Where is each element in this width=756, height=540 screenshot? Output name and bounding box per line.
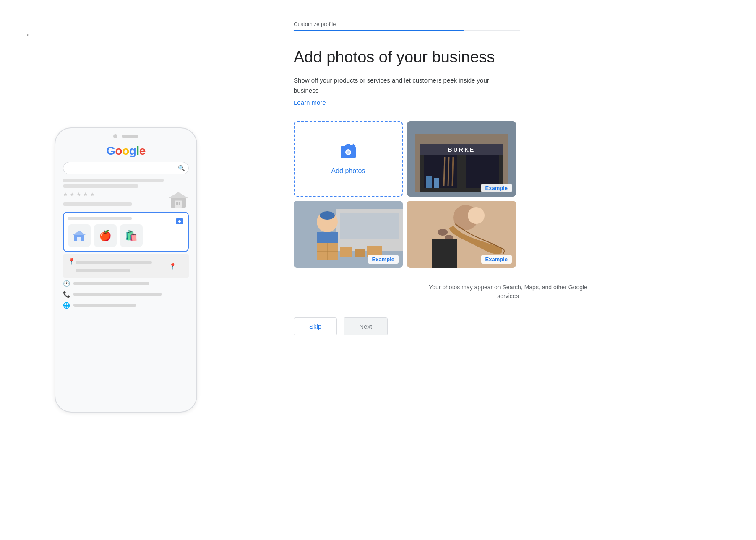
photo-card-highlight: 🍎 🛍️ bbox=[63, 212, 189, 252]
svg-rect-43 bbox=[432, 239, 457, 268]
info-row-globe: 🌐 bbox=[63, 302, 189, 309]
svg-rect-36 bbox=[340, 247, 352, 257]
svg-point-44 bbox=[468, 207, 485, 224]
svg-line-25 bbox=[448, 157, 449, 186]
photo-icons-row: 🍎 🛍️ bbox=[68, 224, 184, 247]
skeleton-line bbox=[63, 202, 132, 206]
phone-icon: 📞 bbox=[63, 291, 70, 298]
skip-button[interactable]: Skip bbox=[294, 317, 337, 335]
page-description: Show off your products or services and l… bbox=[294, 75, 499, 96]
clock-icon: 🕐 bbox=[63, 280, 70, 287]
photo-grid: Add photos BURKE bbox=[294, 121, 722, 268]
map-pin-icon: 📍 bbox=[68, 258, 75, 265]
card-icon-food: 🍎 bbox=[94, 224, 117, 247]
svg-line-26 bbox=[452, 157, 453, 186]
svg-rect-3 bbox=[176, 202, 178, 205]
phone-map: 📍 📍 bbox=[63, 254, 189, 278]
progress-fill bbox=[294, 30, 464, 31]
add-photos-button[interactable]: Add photos bbox=[294, 121, 403, 197]
svg-rect-10 bbox=[77, 237, 81, 241]
svg-point-32 bbox=[320, 211, 335, 220]
button-row: Skip Next bbox=[294, 317, 722, 335]
step-label: Customize profile bbox=[294, 21, 722, 27]
next-button[interactable]: Next bbox=[344, 317, 388, 335]
info-row-clock: 🕐 bbox=[63, 280, 189, 287]
svg-text:BURKE: BURKE bbox=[448, 146, 475, 153]
example-badge-burke: Example bbox=[481, 184, 512, 192]
add-photos-camera-icon bbox=[339, 143, 357, 163]
svg-rect-4 bbox=[179, 202, 180, 205]
svg-point-12 bbox=[347, 151, 350, 154]
skeleton-line bbox=[73, 293, 162, 296]
skeleton-line bbox=[63, 184, 138, 188]
back-button[interactable]: ← bbox=[25, 29, 34, 40]
star-rating: ★★★★★ bbox=[63, 191, 132, 197]
phone-camera bbox=[113, 134, 117, 138]
svg-rect-23 bbox=[434, 178, 439, 188]
svg-marker-9 bbox=[73, 231, 86, 235]
example-badge-delivery: Example bbox=[368, 255, 399, 264]
photo-note: Your photos may appear on Search, Maps, … bbox=[420, 283, 596, 301]
skeleton-line bbox=[73, 304, 136, 307]
svg-rect-37 bbox=[355, 249, 365, 257]
svg-rect-19 bbox=[466, 155, 499, 188]
example-badge-hair: Example bbox=[481, 255, 512, 264]
map-pin2-icon: 📍 bbox=[169, 263, 176, 270]
globe-icon: 🌐 bbox=[63, 302, 70, 309]
phone-speaker bbox=[122, 135, 138, 138]
skeleton-line bbox=[76, 261, 152, 264]
info-row-phone: 📞 bbox=[63, 291, 189, 298]
phone-content: Google 🔍 ★★★★★ bbox=[55, 144, 196, 309]
svg-rect-29 bbox=[340, 213, 399, 239]
skeleton-line bbox=[76, 269, 130, 272]
svg-point-5 bbox=[178, 220, 181, 223]
example-photo-delivery: Example bbox=[294, 201, 403, 268]
phone-top bbox=[55, 128, 196, 142]
phone-mockup: Google 🔍 ★★★★★ bbox=[55, 127, 197, 413]
card-icon-bag: 🛍️ bbox=[120, 224, 143, 247]
left-panel: ← Google 🔍 ★★★★★ bbox=[0, 0, 252, 540]
svg-line-24 bbox=[444, 157, 445, 186]
phone-search-bar: 🔍 bbox=[63, 162, 189, 174]
svg-rect-2 bbox=[175, 201, 182, 208]
example-photo-hair: Example bbox=[407, 201, 516, 268]
card-icon-store bbox=[68, 224, 91, 247]
photo-card-skeleton bbox=[68, 217, 132, 220]
google-logo: Google bbox=[63, 144, 189, 158]
svg-marker-1 bbox=[169, 192, 188, 198]
example-photo-burke: BURKE Example bbox=[407, 121, 516, 197]
progress-bar bbox=[294, 30, 520, 31]
add-photos-label: Add photos bbox=[331, 167, 365, 175]
camera-plus-icon bbox=[175, 217, 184, 226]
skeleton-line bbox=[63, 179, 164, 182]
right-panel: Customize profile Add photos of your bus… bbox=[252, 0, 756, 540]
phone-search-icon: 🔍 bbox=[178, 165, 185, 171]
store-icon bbox=[168, 190, 189, 209]
skeleton-line bbox=[73, 282, 149, 285]
page-title: Add photos of your business bbox=[294, 48, 722, 67]
learn-more-link[interactable]: Learn more bbox=[294, 99, 722, 106]
svg-point-41 bbox=[438, 229, 448, 236]
svg-rect-22 bbox=[426, 176, 432, 188]
